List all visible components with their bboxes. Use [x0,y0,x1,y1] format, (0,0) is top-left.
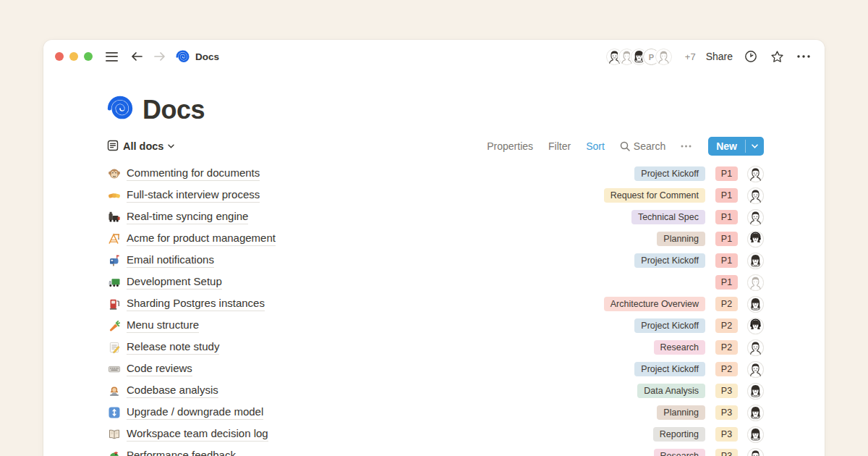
locomotive-icon [107,211,122,224]
doc-row[interactable]: Email notifications Project Kickoff P1 [107,250,764,271]
favorite-star-icon[interactable] [769,48,786,65]
doc-row[interactable]: Commenting for documents Project Kickoff… [107,163,764,185]
documents-list: Commenting for documents Project Kickoff… [107,163,764,456]
sidebar-toggle-icon[interactable] [104,51,119,63]
doc-title-link[interactable]: Real-time syncing engine [127,210,248,225]
doc-type-tag: Planning [657,405,705,420]
window-titlebar: Docs P +7 Share [43,40,825,73]
forward-arrow-icon[interactable] [152,50,167,63]
sort-button[interactable]: Sort [586,140,605,152]
updown-icon [107,406,122,420]
doc-title-link[interactable]: Email notifications [127,253,214,269]
owner-avatar [747,231,764,248]
doc-title-link[interactable]: Sharding Postgres instances [127,297,265,312]
doc-row[interactable]: Real-time syncing engine Technical Spec … [107,206,764,228]
priority-badge: P2 [715,297,738,311]
priority-badge: P2 [715,318,738,333]
doc-type-tag: Research [654,449,706,456]
priority-badge: P3 [715,427,738,442]
view-switcher-label: All docs [123,140,163,152]
doc-type-tag: Technical Spec [631,210,705,224]
doc-title-link[interactable]: Workspace team decision log [127,427,268,442]
doc-title-link[interactable]: Full-stack interview process [127,188,260,203]
back-arrow-icon[interactable] [129,50,145,63]
page-header: Docs [107,95,764,125]
new-doc-dropdown-chevron-icon[interactable] [746,137,764,156]
doc-row[interactable]: Code reviews Project Kickoff P2 [107,358,764,380]
doc-row[interactable]: Codebase analysis Data Analysis P3 [107,380,764,402]
doc-type-tag: Architecture Overview [604,297,705,311]
doc-title-link[interactable]: Codebase analysis [127,384,218,399]
priority-badge: P3 [715,405,738,420]
owner-avatar [747,426,764,443]
share-button[interactable]: Share [706,51,733,62]
priority-badge: P1 [715,188,738,203]
collaborator-avatar-stack[interactable]: P [606,48,672,65]
owner-avatar [747,318,764,334]
new-doc-button[interactable]: New [708,137,745,156]
priority-badge: P3 [715,449,738,456]
technologist-icon [107,384,122,398]
titlebar-doc-title: Docs [195,51,219,62]
doc-type-tag: Reporting [653,427,705,442]
close-window-button[interactable] [55,52,64,61]
properties-button[interactable]: Properties [487,140,533,152]
priority-badge: P1 [715,210,738,224]
keyboard-icon [107,363,122,376]
owner-avatar [747,209,764,226]
doc-row[interactable]: Workspace team decision log Reporting P3 [107,423,764,445]
svg-text:P: P [649,52,654,61]
avatar-overflow-count[interactable]: +7 [685,51,696,62]
filter-button[interactable]: Filter [548,140,571,152]
priority-badge: P1 [715,166,738,181]
doc-title-link[interactable]: Upgrade / downgrade model [127,405,263,421]
search-label: Search [634,140,665,152]
doc-row[interactable]: Performance feedback Research P3 [107,445,764,456]
doc-title-link[interactable]: Acme for product management [127,232,276,247]
mailbox-icon [107,254,122,268]
page-title: Docs [142,95,205,125]
history-clock-icon[interactable] [743,48,759,64]
doc-title-link[interactable]: Development Setup [127,275,222,290]
doc-row[interactable]: Upgrade / downgrade model Planning P3 [107,402,764,423]
doc-title-link[interactable]: Performance feedback [127,449,236,456]
doc-title-link[interactable]: Commenting for documents [127,166,260,182]
book-icon [107,428,122,442]
view-toolbar: All docs Properties Filter Sort Search N… [107,135,764,157]
toolbar-more-icon[interactable] [681,145,692,148]
doc-row[interactable]: Full-stack interview process Request for… [107,185,764,206]
crane-icon [107,232,122,246]
handshake-icon [107,189,122,203]
priority-badge: P2 [715,340,738,355]
owner-avatar [747,187,764,204]
search-icon [620,141,630,151]
truck-icon [107,276,122,290]
owner-avatar [747,361,764,378]
monkey-icon [107,167,122,181]
doc-row[interactable]: Release note study Research P2 [107,337,764,358]
doc-type-tag: Project Kickoff [634,253,705,268]
owner-avatar [747,383,764,400]
new-doc-split-button[interactable]: New [708,137,764,156]
fuelpump-icon [107,297,122,311]
search-button[interactable]: Search [620,140,665,152]
more-options-icon[interactable] [796,54,812,59]
doc-type-tag: Planning [657,232,705,246]
app-window: Docs P +7 Share Docs [43,40,825,456]
doc-title-link[interactable]: Menu structure [127,318,199,334]
doc-row[interactable]: Acme for product management Planning P1 [107,228,764,250]
doc-title-link[interactable]: Release note study [127,340,219,355]
priority-badge: P2 [715,362,738,376]
owner-avatar [747,296,764,313]
doc-title-link[interactable]: Code reviews [127,362,192,377]
owner-avatar [747,405,764,421]
priority-badge: P3 [715,384,738,398]
doc-row[interactable]: Development Setup P1 [107,271,764,293]
doc-type-tag: Data Analysis [637,384,705,398]
view-switcher[interactable]: All docs [107,140,174,153]
doc-row[interactable]: Sharding Postgres instances Architecture… [107,293,764,315]
chevron-down-icon [168,144,174,148]
zoom-window-button[interactable] [84,52,93,61]
minimize-window-button[interactable] [69,52,78,61]
doc-row[interactable]: Menu structure Project Kickoff P2 [107,315,764,337]
